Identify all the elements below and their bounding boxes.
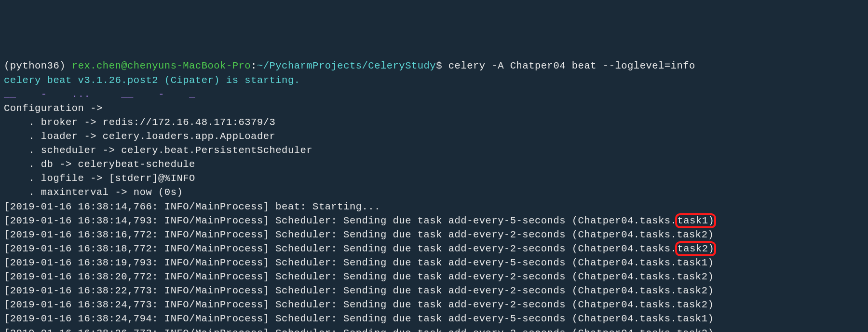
- log-line: [2019-01-16 16:38:14,766: INFO/MainProce…: [4, 201, 380, 212]
- log-line: [2019-01-16 16:38:26,773: INFO/MainProce…: [4, 328, 714, 332]
- log-line: [2019-01-16 16:38:18,772: INFO/MainProce…: [4, 243, 715, 254]
- prompt-path: ~/PycharmProjects/CeleryStudy: [257, 60, 436, 71]
- separator-line: __ - ... __ - _: [4, 89, 195, 100]
- log-line: [2019-01-16 16:38:19,793: INFO/MainProce…: [4, 257, 714, 268]
- log-line: [2019-01-16 16:38:20,772: INFO/MainProce…: [4, 271, 714, 282]
- log-line: [2019-01-16 16:38:14,793: INFO/MainProce…: [4, 215, 715, 226]
- terminal-output: (python36) rex.chen@chenyuns-MacBook-Pro…: [4, 59, 864, 332]
- prompt-user-host: rex.chen@chenyuns-MacBook-Pro: [72, 60, 251, 71]
- log-line: [2019-01-16 16:38:24,794: INFO/MainProce…: [4, 313, 714, 324]
- log-line: [2019-01-16 16:38:16,772: INFO/MainProce…: [4, 229, 714, 240]
- prompt-colon: :: [251, 60, 257, 71]
- config-db: . db -> celerybeat-schedule: [4, 159, 195, 170]
- highlight-annotation: task1): [675, 213, 716, 228]
- startup-line: celery beat v3.1.26.post2 (Cipater) is s…: [4, 75, 300, 86]
- config-logfile: . logfile -> [stderr]@%INFO: [4, 173, 195, 184]
- config-loader: . loader -> celery.loaders.app.AppLoader: [4, 131, 275, 142]
- prompt-dollar: $: [436, 60, 448, 71]
- config-maxinterval: . maxinterval -> now (0s): [4, 187, 183, 198]
- config-header: Configuration ->: [4, 103, 103, 114]
- config-broker: . broker -> redis://172.16.48.171:6379/3: [4, 117, 275, 128]
- prompt-env: (python36): [4, 60, 72, 71]
- config-scheduler: . scheduler -> celery.beat.PersistentSch…: [4, 145, 312, 156]
- highlight-annotation: task2): [675, 241, 716, 256]
- command-text[interactable]: celery -A Chatper04 beat --loglevel=info: [448, 60, 695, 71]
- log-line: [2019-01-16 16:38:22,773: INFO/MainProce…: [4, 285, 714, 296]
- log-line: [2019-01-16 16:38:24,773: INFO/MainProce…: [4, 299, 714, 310]
